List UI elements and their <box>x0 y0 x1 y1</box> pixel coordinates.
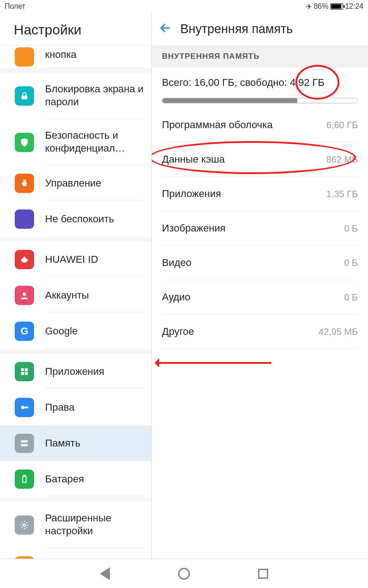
svg-point-6 <box>21 406 24 409</box>
storage-progress-bar <box>162 98 358 103</box>
storage-panel: Внутренняя память ВНУТРЕННЯЯ ПАМЯТЬ Всег… <box>152 13 368 559</box>
nav-home[interactable] <box>177 566 191 581</box>
back-button[interactable] <box>158 21 172 37</box>
section-header: ВНУТРЕННЯЯ ПАМЯТЬ <box>152 45 368 68</box>
storage-summary-text: Всего: 16,00 ГБ, свободно: 4,92 ГБ <box>162 77 358 89</box>
status-bar: Полет ✈ 86% 12:24 <box>0 0 368 13</box>
sidebar-item-security[interactable]: Безопасность и конфиденциал… <box>0 119 151 165</box>
sidebar-item-advanced[interactable]: Расширенные настройки <box>0 502 151 548</box>
row-audio[interactable]: Аудио 0 Б <box>162 280 358 315</box>
svg-rect-7 <box>24 407 28 408</box>
row-video[interactable]: Видео 0 Б <box>162 246 358 280</box>
sidebar-item-apps[interactable]: Приложения <box>0 354 151 390</box>
google-icon: G <box>15 322 34 341</box>
svg-rect-8 <box>21 441 28 443</box>
svg-rect-2 <box>21 368 24 371</box>
annotation-arrow <box>156 362 271 364</box>
gear-icon <box>15 515 34 535</box>
moon-icon <box>15 209 34 229</box>
shield-icon <box>15 133 34 152</box>
svg-rect-5 <box>25 372 28 375</box>
sidebar-item-permissions[interactable]: Права <box>0 390 151 425</box>
person-icon <box>15 286 34 305</box>
sidebar-item-google[interactable]: G Google <box>0 313 151 349</box>
settings-sidebar: Настройки кнопка Блокировка экрана и пар… <box>0 13 152 559</box>
row-images[interactable]: Изображения 0 Б <box>162 211 358 246</box>
nav-recent[interactable] <box>256 566 270 581</box>
key-icon <box>15 398 34 417</box>
svg-rect-9 <box>21 444 28 447</box>
battery-item-icon <box>15 469 34 489</box>
sidebar-item-lockscreen[interactable]: Блокировка экрана и пароли <box>0 73 151 119</box>
svg-rect-3 <box>25 368 28 371</box>
airplane-mode-icon: ✈ <box>306 2 312 11</box>
carrier-label: Полет <box>5 2 25 11</box>
svg-rect-4 <box>21 372 24 375</box>
huawei-icon <box>15 250 34 269</box>
sidebar-item-storage[interactable]: Память <box>0 425 151 461</box>
svg-rect-0 <box>22 96 28 99</box>
battery-icon <box>330 3 343 10</box>
nav-bar <box>0 559 368 588</box>
row-system[interactable]: Программная оболочка 6,60 ГБ <box>162 108 358 142</box>
sidebar-item-accessibility[interactable]: Управление <box>0 165 151 201</box>
storage-icon <box>15 434 34 453</box>
sidebar-item-battery[interactable]: Батарея <box>0 461 151 497</box>
hand-icon <box>15 174 34 193</box>
nav-back[interactable] <box>98 566 112 581</box>
svg-point-1 <box>23 293 26 296</box>
page-title: Внутренняя память <box>180 22 293 36</box>
svg-point-12 <box>23 524 26 526</box>
button-icon <box>15 47 34 67</box>
sidebar-title: Настройки <box>0 13 151 45</box>
sidebar-item-button[interactable]: кнопка <box>0 45 151 68</box>
lock-icon <box>15 86 34 106</box>
svg-rect-10 <box>23 476 26 483</box>
row-cache[interactable]: Данные кэша 862 МБ <box>162 142 358 177</box>
row-other[interactable]: Другое 42,95 МБ <box>162 315 358 349</box>
sidebar-item-accounts[interactable]: Аккаунты <box>0 277 151 313</box>
update-icon <box>15 556 34 559</box>
storage-summary: Всего: 16,00 ГБ, свободно: 4,92 ГБ <box>152 68 368 108</box>
sidebar-item-dnd[interactable]: Не беспокоить <box>0 201 151 237</box>
clock: 12:24 <box>345 2 363 11</box>
battery-percent: 86% <box>314 2 328 11</box>
apps-icon <box>15 362 34 381</box>
row-apps[interactable]: Приложения 1,35 ГБ <box>162 177 358 211</box>
svg-rect-11 <box>23 475 25 476</box>
sidebar-item-update[interactable]: Обновление <box>0 548 151 559</box>
sidebar-item-huawei-id[interactable]: HUAWEI ID <box>0 242 151 277</box>
